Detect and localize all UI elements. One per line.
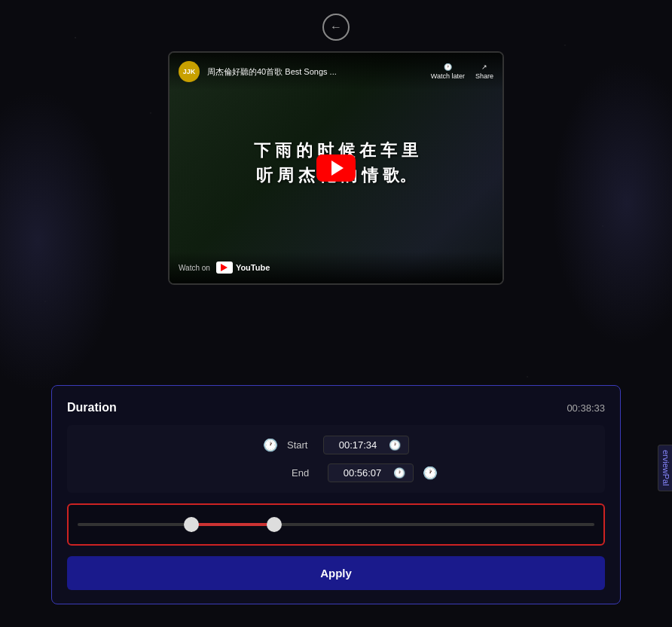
time-inputs: 🕐 Start 🕐 End 🕐 🕐 (67, 425, 605, 493)
end-label: End (292, 467, 319, 479)
video-container: 下 雨 的 时 候 在 车 里 听 周 杰 伦 的 情 歌。 JJK 周杰倫好聽… (168, 51, 504, 285)
share-button[interactable]: ↗ Share (475, 63, 493, 80)
yt-logo-icon (216, 262, 233, 274)
youtube-embed: 下 雨 的 时 候 在 车 里 听 周 杰 伦 的 情 歌。 JJK 周杰倫好聽… (170, 53, 502, 283)
apply-button[interactable]: Apply (67, 556, 605, 590)
end-time-row: End 🕐 🕐 (82, 463, 590, 482)
slider-track (78, 523, 594, 526)
start-label: Start (287, 439, 314, 451)
slider-thumb-left[interactable] (184, 517, 199, 532)
yt-bottom-bar: Watch on YouTube (170, 252, 502, 283)
clock-icon: 🕐 (444, 63, 452, 71)
start-time-row: 🕐 Start 🕐 (82, 436, 590, 454)
dual-range-slider[interactable] (78, 515, 594, 534)
back-arrow-icon: ← (330, 20, 342, 34)
watch-on-text: Watch on (179, 264, 210, 272)
end-clock-right-icon: 🕐 (423, 466, 438, 480)
start-time-clock-small-icon: 🕐 (389, 439, 401, 451)
side-label: erviewPal (658, 445, 672, 491)
yt-actions: 🕐 Watch later ↗ Share (431, 63, 493, 80)
slider-fill (191, 523, 274, 526)
end-time-input-box[interactable]: 🕐 (328, 463, 414, 482)
video-title: 周杰倫好聽的40首歌 Best Songs ... (207, 66, 423, 78)
back-button[interactable]: ← (322, 14, 350, 41)
youtube-logo: YouTube (216, 262, 270, 274)
duration-panel: Duration 00:38:33 🕐 Start 🕐 End 🕐 🕐 (51, 385, 621, 604)
start-time-input[interactable] (331, 439, 384, 451)
duration-header: Duration 00:38:33 (67, 401, 605, 414)
end-time-clock-small-icon: 🕐 (393, 467, 405, 479)
yt-top-bar: JJK 周杰倫好聽的40首歌 Best Songs ... 🕐 Watch la… (170, 53, 502, 90)
channel-icon: JJK (179, 61, 200, 82)
yt-logo-text: YouTube (236, 263, 270, 272)
watch-later-label: Watch later (431, 72, 465, 80)
start-time-input-box[interactable]: 🕐 (323, 436, 409, 454)
slider-container (67, 503, 605, 546)
duration-title: Duration (67, 401, 117, 414)
watch-later-button[interactable]: 🕐 Watch later (431, 63, 465, 80)
share-icon: ↗ (481, 63, 487, 71)
duration-total-time: 00:38:33 (567, 402, 605, 414)
slider-thumb-right[interactable] (267, 517, 282, 532)
bg-blob-left (0, 90, 121, 392)
share-label: Share (475, 72, 493, 80)
bg-blob-right (551, 60, 672, 347)
play-button[interactable] (316, 154, 356, 182)
end-time-input[interactable] (336, 467, 389, 479)
start-clock-icon: 🕐 (263, 438, 278, 452)
